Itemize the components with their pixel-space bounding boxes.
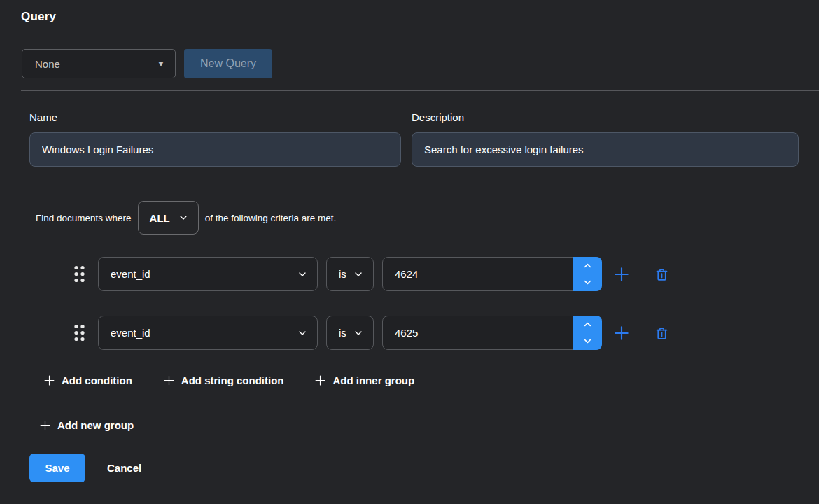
operator-select[interactable]: is [326, 316, 374, 350]
saved-query-select-value: None [35, 58, 60, 70]
match-operator-select[interactable]: ALL [138, 201, 199, 234]
cancel-button[interactable]: Cancel [107, 462, 141, 474]
plus-icon [612, 265, 631, 284]
chevron-down-icon [297, 269, 308, 280]
chevron-down-icon [353, 269, 364, 280]
add-string-condition-button[interactable]: Add string condition [163, 374, 284, 386]
drag-handle-icon[interactable] [74, 265, 85, 284]
query-selector-row: None ▼ New Query [22, 49, 819, 78]
spin-up-button[interactable] [573, 257, 602, 274]
add-string-condition-label: Add string condition [181, 374, 284, 386]
trash-icon [654, 267, 669, 282]
query-meta-form: Name Description [29, 111, 799, 167]
plus-icon [163, 374, 175, 386]
number-spinner [573, 316, 602, 350]
value-input-group [382, 257, 602, 291]
plus-icon [39, 419, 51, 431]
plus-icon [314, 374, 326, 386]
new-query-button[interactable]: New Query [184, 49, 272, 78]
add-condition-label: Add condition [62, 374, 132, 386]
name-input[interactable] [29, 132, 401, 167]
value-input-group [382, 316, 602, 350]
chevron-down-icon [178, 212, 189, 223]
criteria-suffix-text: of the following criteria are met. [205, 213, 337, 223]
add-actions-row: Add condition Add string condition Add i… [43, 374, 819, 386]
saved-query-select[interactable]: None ▼ [22, 49, 176, 78]
description-input[interactable] [412, 132, 799, 167]
add-row-button[interactable] [612, 324, 631, 342]
value-input[interactable] [382, 257, 602, 291]
condition-row-2: event_id is [74, 316, 819, 350]
add-inner-group-button[interactable]: Add inner group [314, 374, 414, 386]
bottom-divider [21, 503, 819, 503]
spin-up-button[interactable] [573, 316, 602, 333]
chevron-up-icon [582, 260, 593, 271]
description-label: Description [412, 111, 799, 123]
section-divider [21, 90, 819, 91]
add-group-row: Add new group [39, 419, 819, 431]
field-select-value: event_id [111, 327, 150, 339]
operator-select-value: is [339, 327, 346, 339]
add-new-group-button[interactable]: Add new group [39, 419, 134, 431]
operator-select-value: is [339, 268, 346, 280]
field-select[interactable]: event_id [98, 316, 318, 350]
query-builder-page: Query None ▼ New Query Name Description … [0, 0, 819, 504]
page-title: Query [0, 0, 819, 24]
plus-icon [43, 374, 55, 386]
add-new-group-label: Add new group [57, 419, 134, 431]
delete-row-button[interactable] [654, 267, 669, 282]
trash-icon [654, 326, 669, 341]
footer-actions: Save Cancel [29, 454, 819, 482]
delete-row-button[interactable] [654, 326, 669, 341]
chevron-down-icon [353, 328, 364, 339]
criteria-intro-row: Find documents where ALL of the followin… [36, 201, 819, 234]
chevron-down-icon [297, 328, 308, 339]
name-field-group: Name [29, 111, 401, 167]
chevron-down-icon [582, 336, 593, 346]
dropdown-arrow-icon: ▼ [157, 59, 165, 69]
value-input[interactable] [382, 316, 602, 350]
name-label: Name [29, 111, 401, 123]
add-row-button[interactable] [612, 265, 631, 284]
chevron-up-icon [582, 319, 593, 330]
criteria-prefix-text: Find documents where [36, 213, 132, 223]
match-operator-value: ALL [150, 212, 170, 224]
chevron-down-icon [582, 277, 593, 288]
operator-select[interactable]: is [326, 257, 374, 291]
number-spinner [573, 257, 602, 291]
condition-row-1: event_id is [74, 257, 819, 291]
spin-down-button[interactable] [573, 333, 602, 351]
add-condition-button[interactable]: Add condition [43, 374, 132, 386]
add-inner-group-label: Add inner group [332, 374, 414, 386]
field-select-value: event_id [111, 268, 150, 280]
spin-down-button[interactable] [573, 274, 602, 292]
condition-list: event_id is [0, 257, 819, 350]
field-select[interactable]: event_id [98, 257, 318, 291]
description-field-group: Description [412, 111, 799, 167]
drag-handle-icon[interactable] [74, 323, 85, 342]
plus-icon [612, 324, 631, 342]
save-button[interactable]: Save [29, 454, 85, 482]
